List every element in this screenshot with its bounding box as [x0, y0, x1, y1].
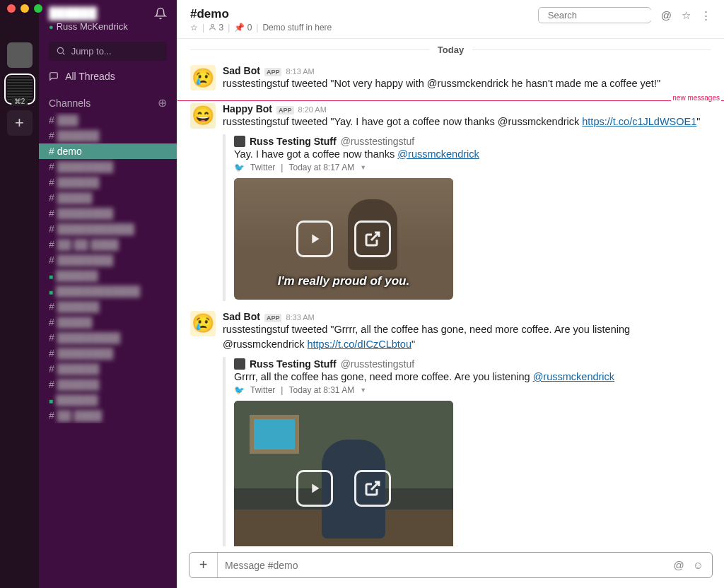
channel-item[interactable]: #█████████	[39, 330, 177, 346]
mention-link[interactable]: @russmckendrick	[397, 148, 479, 160]
channel-item[interactable]: #████████	[39, 252, 177, 268]
message-text: russtestingstuf tweeted "Not very happy …	[223, 76, 711, 92]
message-list: Today 😢 Sad Bot APP 8:13 AM russtestings…	[177, 39, 724, 546]
channel-item[interactable]: #██████	[39, 128, 177, 143]
emoji-icon[interactable]: ☺	[693, 559, 703, 571]
message-link[interactable]: https://t.co/dICzCLbtou	[307, 339, 411, 350]
channel-item[interactable]: #██████	[39, 377, 177, 392]
sidebar: ██████ Russ McKendrick Jump to... All Th…	[39, 0, 177, 588]
avatar: 😄	[190, 103, 216, 129]
attachment-text: Yay. I have got a coffee now thanks @rus…	[234, 148, 675, 160]
channels-header: Channels ⊕	[39, 86, 177, 112]
message-author[interactable]: Sad Bot	[223, 65, 260, 76]
attachment-source: Twitter	[250, 385, 275, 395]
channel-header: #demo ☆| 3| 📌 0| Demo stuff in here @ ☆	[177, 0, 724, 39]
attachment-handle[interactable]: @russtestingstuf	[341, 358, 414, 370]
svg-point-0	[57, 47, 63, 53]
star-icon[interactable]: ☆	[190, 23, 198, 33]
star-channel-icon[interactable]: ☆	[682, 9, 691, 22]
channel-item[interactable]: #█████	[39, 314, 177, 330]
media-caption: I'm really proud of you.	[234, 274, 453, 288]
open-external-icon[interactable]	[354, 220, 391, 257]
app-badge: APP	[264, 314, 282, 322]
jump-to-input[interactable]: Jump to...	[49, 42, 167, 61]
channel-item[interactable]: #███████████	[39, 221, 177, 237]
channel-meta: ☆| 3| 📌 0| Demo stuff in here	[190, 23, 508, 33]
play-icon[interactable]	[296, 470, 333, 507]
chevron-down-icon[interactable]: ▼	[360, 387, 366, 394]
svg-point-1	[211, 24, 214, 27]
channel-item[interactable]: #██ ████	[39, 408, 177, 423]
pins-count[interactable]: 📌 0	[234, 23, 252, 33]
attachment-time: Today at 8:17 AM	[288, 163, 354, 172]
channel-item-demo[interactable]: #demo	[39, 143, 177, 159]
jump-to-label: Jump to...	[71, 46, 112, 57]
workspace-rail: ⌘2 +	[0, 0, 39, 588]
channel-item[interactable]: #██████	[39, 361, 177, 377]
avatar: 😢	[190, 65, 216, 90]
media-preview[interactable]: I'm really proud of you.	[234, 178, 453, 300]
minimize-window-button[interactable]	[21, 4, 29, 13]
mentions-icon[interactable]: @	[661, 9, 672, 21]
mention-link[interactable]: @russmckendrick	[533, 371, 614, 382]
attachment-avatar-icon	[234, 136, 245, 147]
channel-item[interactable]: #██ ██ ████	[39, 237, 177, 252]
channel-item[interactable]: #█████	[39, 190, 177, 206]
current-user[interactable]: Russ McKendrick	[49, 21, 128, 32]
maximize-window-button[interactable]	[34, 4, 42, 13]
channel-item[interactable]: ■██████	[39, 268, 177, 283]
close-window-button[interactable]	[7, 4, 16, 13]
attachment-text: Grrrr, all the coffee has gone, need mor…	[234, 371, 675, 382]
message-composer[interactable]: + @ ☺	[189, 552, 713, 578]
chevron-down-icon[interactable]: ▼	[360, 164, 366, 171]
workspace-switch-1[interactable]	[7, 42, 33, 68]
search-input[interactable]	[548, 10, 667, 20]
media-preview[interactable]	[234, 401, 453, 546]
more-icon[interactable]: ⋮	[701, 9, 711, 22]
composer-input[interactable]	[218, 554, 673, 577]
attachment: Russ Testing Stuff @russtestingstuf Grrr…	[223, 357, 675, 546]
channel-list: #███ #██████ #demo #████████ #██████ #██…	[39, 112, 177, 423]
window-traffic-lights[interactable]	[7, 4, 42, 13]
message-time: 8:33 AM	[286, 313, 314, 322]
channel-item[interactable]: #██████	[39, 299, 177, 314]
mention-icon[interactable]: @	[673, 559, 684, 571]
channel-item[interactable]: ■██████	[39, 392, 177, 408]
channel-item[interactable]: #████████	[39, 159, 177, 175]
channel-title[interactable]: #demo	[190, 7, 508, 21]
search-box[interactable]	[538, 7, 651, 23]
attachment-avatar-icon	[234, 358, 245, 370]
attachment-title[interactable]: Russ Testing Stuff	[250, 358, 337, 370]
open-external-icon[interactable]	[354, 470, 391, 507]
main-column: #demo ☆| 3| 📌 0| Demo stuff in here @ ☆	[177, 0, 724, 588]
all-threads-link[interactable]: All Threads	[39, 66, 177, 86]
channel-item[interactable]: #██████	[39, 175, 177, 190]
members-count[interactable]: 3	[209, 23, 223, 33]
attachment-title[interactable]: Russ Testing Stuff	[250, 136, 337, 147]
team-name[interactable]: ██████	[49, 7, 128, 20]
notifications-icon[interactable]	[154, 7, 167, 23]
attachment-time: Today at 8:31 AM	[288, 385, 354, 395]
twitter-icon: 🐦	[234, 163, 245, 172]
message-link[interactable]: https://t.co/c1JLdWSOE1	[582, 116, 696, 127]
app-badge: APP	[264, 68, 282, 76]
channel-topic[interactable]: Demo stuff in here	[262, 23, 332, 33]
workspace-switch-2[interactable]: ⌘2	[7, 76, 33, 102]
message-author[interactable]: Happy Bot	[223, 103, 272, 114]
message-time: 8:13 AM	[286, 67, 314, 76]
channel-item[interactable]: #███	[39, 112, 177, 128]
message: 😢 Sad Bot APP 8:33 AM russtestingstuf tw…	[190, 308, 711, 547]
channel-item[interactable]: #████████	[39, 346, 177, 361]
attachment-source: Twitter	[250, 163, 275, 172]
message-text: russtestingstuf tweeted "Yay. I have got…	[223, 114, 711, 130]
attach-button[interactable]: +	[189, 553, 218, 577]
channel-item[interactable]: ■████████████	[39, 283, 177, 299]
play-icon[interactable]	[296, 220, 333, 257]
attachment-handle[interactable]: @russtestingstuf	[341, 136, 414, 147]
add-channel-button[interactable]: ⊕	[158, 96, 167, 110]
message-time: 8:20 AM	[298, 105, 327, 114]
avatar: 😢	[190, 311, 216, 336]
add-workspace-button[interactable]: +	[7, 110, 33, 136]
message-author[interactable]: Sad Bot	[223, 311, 260, 322]
channel-item[interactable]: #████████	[39, 206, 177, 221]
